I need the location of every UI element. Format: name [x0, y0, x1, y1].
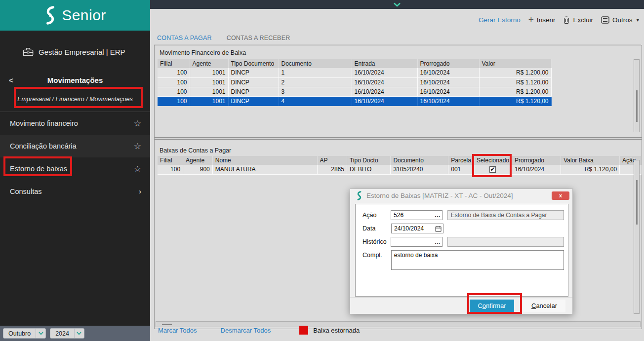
sidebar-item-label: Movimento financeiro	[10, 119, 78, 127]
historico-description-field	[447, 237, 564, 247]
baixas-grid: Filial Agente Nome AP Tipo Docto Documen…	[158, 156, 642, 175]
top-collapse-bar[interactable]	[150, 0, 644, 9]
sidebar-item-label: Estorno de baixas	[10, 165, 67, 173]
year-select[interactable]: 2024	[50, 328, 84, 339]
breadcrumb-wrap: Empresarial / Financeiro / Movimentações	[0, 91, 150, 108]
trash-icon	[563, 16, 570, 24]
inserir-button[interactable]: + Inserir	[528, 16, 556, 24]
footer-links: Marcar Todos Desmarcar Todos Baixa estor…	[158, 326, 360, 335]
chevron-right-icon: ›	[139, 188, 141, 195]
lower-grid-title: Baixas de Contas a Pagar	[155, 143, 231, 157]
movimento-financeiro-grid: Filial Agente Tipo Documento Documento E…	[158, 59, 552, 106]
table-row[interactable]: 1001001 DINCP2 16/10/202416/10/2024 R$ 1…	[158, 77, 551, 87]
historico-label: Histórico	[362, 237, 391, 245]
product-row: Gestão Empresarial | ERP	[0, 45, 150, 58]
table-row[interactable]: 100 900 MANUFATURA 2865 DEBITO 310520240…	[158, 165, 642, 174]
calendar-icon[interactable]	[435, 224, 442, 233]
senior-logo-icon	[44, 5, 57, 25]
chevron-down-icon[interactable]	[393, 2, 401, 7]
desmarcar-todos-link[interactable]: Desmarcar Todos	[221, 327, 271, 334]
sidebar-item-label: Conciliação bancária	[10, 142, 77, 150]
panel-splitter[interactable]	[155, 137, 642, 140]
back-chevron-icon[interactable]: <	[9, 76, 13, 84]
upper-grid-scrollbar[interactable]	[634, 59, 640, 132]
lower-grid-scrollbar[interactable]	[634, 160, 640, 314]
year-select-value: 2024	[50, 330, 74, 337]
confirmar-button[interactable]: Confirmar	[470, 300, 514, 312]
browse-ellipsis-icon[interactable]: …	[435, 237, 441, 246]
month-select-value: Outubro	[3, 330, 36, 337]
estorno-modal: Estorno de Baixas [MATRIZ - XT - AC - Ou…	[350, 189, 573, 314]
briefcase-icon	[23, 47, 34, 57]
senior-logo-icon	[356, 191, 362, 200]
browse-ellipsis-icon[interactable]: …	[435, 211, 441, 220]
favorite-star-icon[interactable]: ☆	[134, 141, 141, 152]
upper-grid-title: Movimento Financeiro de Baixa	[155, 45, 642, 59]
period-bar: Outubro 2024	[0, 326, 150, 341]
table-row[interactable]: 1001001 DINCP1 16/10/202416/10/2024 R$ 1…	[158, 68, 551, 77]
data-input[interactable]: 24/10/2024	[391, 224, 443, 233]
close-button[interactable]: x	[552, 191, 569, 200]
tab-contas-a-pagar[interactable]: CONTAS A PAGAR	[156, 33, 213, 46]
sidebar-item-consultas[interactable]: Consultas ›	[0, 180, 150, 203]
list-icon	[601, 16, 609, 24]
sidebar-item-movimento-financeiro[interactable]: Movimento financeiro ☆	[0, 112, 150, 135]
brand-header: Senior	[0, 0, 150, 31]
acao-label: Ação	[362, 210, 391, 219]
table-row-selected[interactable]: 1001001 DINCP4 16/10/202416/10/2024 R$ 1…	[158, 96, 551, 106]
product-title: Gestão Empresarial | ERP	[39, 48, 125, 56]
month-select[interactable]: Outubro	[3, 328, 46, 339]
sidebar-item-label: Consultas	[10, 188, 41, 195]
sidebar: Senior Gestão Empresarial | ERP < Movime…	[0, 0, 150, 341]
menu-title: Movimentações	[0, 76, 150, 84]
favorite-star-icon[interactable]: ☆	[134, 164, 141, 174]
breadcrumb: Empresarial / Financeiro / Movimentações	[17, 96, 132, 103]
excluir-button[interactable]: Excluir	[563, 16, 593, 24]
menu-header: < Movimentações	[0, 74, 150, 86]
historico-input[interactable]: …	[391, 237, 443, 247]
sidebar-item-estorno-de-baixas[interactable]: Estorno de baixas ☆	[0, 157, 150, 180]
favorite-star-icon[interactable]: ☆	[134, 118, 141, 129]
plus-icon: +	[528, 16, 534, 23]
selecionado-checkbox[interactable]	[489, 166, 496, 173]
sidebar-item-conciliacao-bancaria[interactable]: Conciliação bancária ☆	[0, 135, 150, 157]
modal-footer: Confirmar Cancelar	[350, 297, 572, 314]
chevron-down-icon	[74, 329, 84, 338]
tab-contas-a-receber[interactable]: CONTAS A RECEBER	[226, 33, 291, 46]
cancelar-button[interactable]: Cancelar	[523, 300, 565, 312]
tab-strip: CONTAS A PAGAR CONTAS A RECEBER	[156, 33, 291, 46]
chevron-down-icon	[36, 329, 45, 338]
grid-header-row: Filial Agente Tipo Documento Documento E…	[158, 59, 551, 68]
data-label: Data	[362, 224, 391, 232]
modal-titlebar[interactable]: Estorno de Baixas [MATRIZ - XT - AC - Ou…	[350, 189, 572, 202]
compl-label: Compl.	[362, 250, 391, 259]
compl-textarea[interactable]: estorno de baixa	[391, 250, 564, 270]
modal-body: Ação 526 … Estorno de Baixa de Contas a …	[355, 204, 568, 297]
table-row[interactable]: 1001001 DINCP3 16/10/202416/10/2024 R$ 1…	[158, 87, 551, 96]
acao-description-field: Estorno de Baixa de Contas a Pagar	[447, 210, 564, 220]
caret-down-icon: ▾	[636, 17, 639, 23]
brand-name: Senior	[62, 7, 106, 24]
legend-color-swatch	[299, 326, 308, 335]
grid-header-row: Filial Agente Nome AP Tipo Docto Documen…	[158, 156, 642, 165]
acao-input[interactable]: 526 …	[391, 210, 443, 220]
outros-menu-button[interactable]: Outros ▾	[601, 16, 639, 24]
gerar-estorno-link[interactable]: Gerar Estorno	[479, 16, 521, 24]
marcar-todos-link[interactable]: Marcar Todos	[158, 327, 197, 334]
legend-label: Baixa estornada	[313, 327, 360, 334]
app-window: Senior Gestão Empresarial | ERP < Movime…	[0, 0, 644, 341]
modal-title: Estorno de Baixas [MATRIZ - XT - AC - Ou…	[366, 192, 552, 199]
toolbar: Gerar Estorno + Inserir Excluir Outros ▾	[479, 16, 639, 24]
